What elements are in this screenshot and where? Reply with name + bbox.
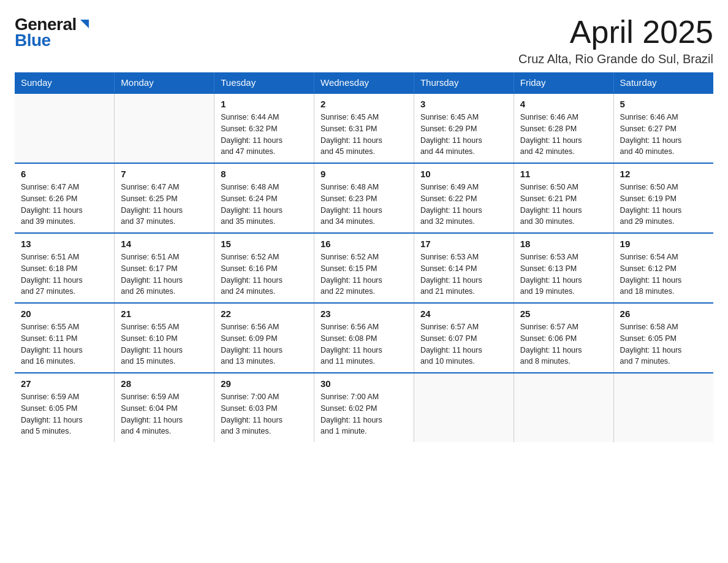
day-number: 2 [320,99,408,109]
day-number: 10 [420,169,507,179]
day-info: Sunrise: 6:46 AMSunset: 6:27 PMDaylight:… [620,112,707,158]
day-number: 20 [21,308,108,319]
day-number: 21 [121,308,208,319]
day-info: Sunrise: 6:56 AMSunset: 6:08 PMDaylight:… [320,321,408,367]
calendar-cell: 11Sunrise: 6:50 AMSunset: 6:21 PMDayligh… [514,163,613,233]
day-info: Sunrise: 6:53 AMSunset: 6:14 PMDaylight:… [420,251,507,297]
day-info: Sunrise: 6:45 AMSunset: 6:31 PMDaylight:… [320,112,408,158]
day-number: 28 [121,378,208,389]
day-number: 12 [620,169,707,179]
day-number: 24 [420,308,507,319]
weekday-header-wednesday: Wednesday [314,72,414,93]
calendar-table: SundayMondayTuesdayWednesdayThursdayFrid… [15,72,713,442]
calendar-cell [414,373,514,442]
day-number: 5 [620,99,707,109]
calendar-cell: 2Sunrise: 6:45 AMSunset: 6:31 PMDaylight… [314,93,414,163]
day-info: Sunrise: 6:59 AMSunset: 6:05 PMDaylight:… [21,391,108,437]
calendar-cell: 17Sunrise: 6:53 AMSunset: 6:14 PMDayligh… [414,233,514,303]
calendar-cell: 4Sunrise: 6:46 AMSunset: 6:28 PMDaylight… [514,93,613,163]
day-number: 7 [121,169,208,179]
day-number: 14 [121,239,208,249]
day-number: 9 [320,169,408,179]
calendar-week-3: 13Sunrise: 6:51 AMSunset: 6:18 PMDayligh… [15,233,713,303]
day-info: Sunrise: 7:00 AMSunset: 6:02 PMDaylight:… [320,391,408,437]
weekday-header-monday: Monday [115,72,214,93]
calendar-cell: 24Sunrise: 6:57 AMSunset: 6:07 PMDayligh… [414,303,514,373]
day-info: Sunrise: 6:48 AMSunset: 6:24 PMDaylight:… [221,182,308,228]
weekday-header-sunday: Sunday [15,72,115,93]
calendar-cell: 23Sunrise: 6:56 AMSunset: 6:08 PMDayligh… [314,303,414,373]
calendar-cell: 6Sunrise: 6:47 AMSunset: 6:26 PMDaylight… [15,163,115,233]
day-info: Sunrise: 6:57 AMSunset: 6:06 PMDaylight:… [520,321,607,367]
calendar-cell: 7Sunrise: 6:47 AMSunset: 6:25 PMDaylight… [115,163,214,233]
day-number: 8 [221,169,308,179]
day-info: Sunrise: 6:50 AMSunset: 6:21 PMDaylight:… [520,182,607,228]
calendar-week-5: 27Sunrise: 6:59 AMSunset: 6:05 PMDayligh… [15,373,713,442]
title-block: April 2025 Cruz Alta, Rio Grande do Sul,… [518,15,713,66]
day-info: Sunrise: 6:44 AMSunset: 6:32 PMDaylight:… [221,112,308,158]
day-info: Sunrise: 6:45 AMSunset: 6:29 PMDaylight:… [420,112,507,158]
day-info: Sunrise: 6:55 AMSunset: 6:10 PMDaylight:… [121,321,208,367]
weekday-header-tuesday: Tuesday [214,72,314,93]
weekday-header-friday: Friday [514,72,613,93]
day-number: 15 [221,239,308,249]
day-number: 13 [21,239,108,249]
calendar-cell: 27Sunrise: 6:59 AMSunset: 6:05 PMDayligh… [15,373,115,442]
day-number: 25 [520,308,607,319]
day-info: Sunrise: 6:59 AMSunset: 6:04 PMDaylight:… [121,391,208,437]
subtitle: Cruz Alta, Rio Grande do Sul, Brazil [518,52,713,66]
calendar-cell: 26Sunrise: 6:58 AMSunset: 6:05 PMDayligh… [613,303,713,373]
day-info: Sunrise: 6:52 AMSunset: 6:15 PMDaylight:… [320,251,408,297]
calendar-cell [15,93,115,163]
day-info: Sunrise: 6:53 AMSunset: 6:13 PMDaylight:… [520,251,607,297]
day-number: 1 [221,99,308,109]
calendar-cell: 18Sunrise: 6:53 AMSunset: 6:13 PMDayligh… [514,233,613,303]
day-info: Sunrise: 6:55 AMSunset: 6:11 PMDaylight:… [21,321,108,367]
day-info: Sunrise: 6:52 AMSunset: 6:16 PMDaylight:… [221,251,308,297]
day-info: Sunrise: 6:47 AMSunset: 6:25 PMDaylight:… [121,182,208,228]
weekday-header-saturday: Saturday [613,72,713,93]
day-number: 6 [21,169,108,179]
day-info: Sunrise: 7:00 AMSunset: 6:03 PMDaylight:… [221,391,308,437]
weekday-header-thursday: Thursday [414,72,514,93]
day-number: 27 [21,378,108,389]
day-number: 18 [520,239,607,249]
day-info: Sunrise: 6:51 AMSunset: 6:17 PMDaylight:… [121,251,208,297]
calendar-week-4: 20Sunrise: 6:55 AMSunset: 6:11 PMDayligh… [15,303,713,373]
day-info: Sunrise: 6:51 AMSunset: 6:18 PMDaylight:… [21,251,108,297]
calendar-cell [115,93,214,163]
day-number: 30 [320,378,408,389]
day-number: 3 [420,99,507,109]
calendar-cell: 15Sunrise: 6:52 AMSunset: 6:16 PMDayligh… [214,233,314,303]
day-info: Sunrise: 6:50 AMSunset: 6:19 PMDaylight:… [620,182,707,228]
day-info: Sunrise: 6:48 AMSunset: 6:23 PMDaylight:… [320,182,408,228]
logo: General Blue [15,15,91,50]
calendar-cell: 30Sunrise: 7:00 AMSunset: 6:02 PMDayligh… [314,373,414,442]
day-number: 23 [320,308,408,319]
day-number: 4 [520,99,607,109]
svg-marker-0 [80,20,89,28]
calendar-cell [514,373,613,442]
day-info: Sunrise: 6:54 AMSunset: 6:12 PMDaylight:… [620,251,707,297]
calendar-cell: 20Sunrise: 6:55 AMSunset: 6:11 PMDayligh… [15,303,115,373]
calendar-week-2: 6Sunrise: 6:47 AMSunset: 6:26 PMDaylight… [15,163,713,233]
calendar-cell: 12Sunrise: 6:50 AMSunset: 6:19 PMDayligh… [613,163,713,233]
logo-triangle-icon [78,17,91,31]
calendar-cell: 8Sunrise: 6:48 AMSunset: 6:24 PMDaylight… [214,163,314,233]
day-info: Sunrise: 6:57 AMSunset: 6:07 PMDaylight:… [420,321,507,367]
day-info: Sunrise: 6:49 AMSunset: 6:22 PMDaylight:… [420,182,507,228]
day-info: Sunrise: 6:56 AMSunset: 6:09 PMDaylight:… [221,321,308,367]
day-number: 11 [520,169,607,179]
day-number: 26 [620,308,707,319]
day-number: 16 [320,239,408,249]
calendar-header: SundayMondayTuesdayWednesdayThursdayFrid… [15,72,713,93]
calendar-cell: 10Sunrise: 6:49 AMSunset: 6:22 PMDayligh… [414,163,514,233]
day-info: Sunrise: 6:58 AMSunset: 6:05 PMDaylight:… [620,321,707,367]
calendar-cell: 22Sunrise: 6:56 AMSunset: 6:09 PMDayligh… [214,303,314,373]
calendar-cell: 9Sunrise: 6:48 AMSunset: 6:23 PMDaylight… [314,163,414,233]
calendar-cell: 19Sunrise: 6:54 AMSunset: 6:12 PMDayligh… [613,233,713,303]
calendar-cell: 21Sunrise: 6:55 AMSunset: 6:10 PMDayligh… [115,303,214,373]
calendar-cell: 28Sunrise: 6:59 AMSunset: 6:04 PMDayligh… [115,373,214,442]
day-number: 29 [221,378,308,389]
logo-blue-text: Blue [15,31,51,50]
